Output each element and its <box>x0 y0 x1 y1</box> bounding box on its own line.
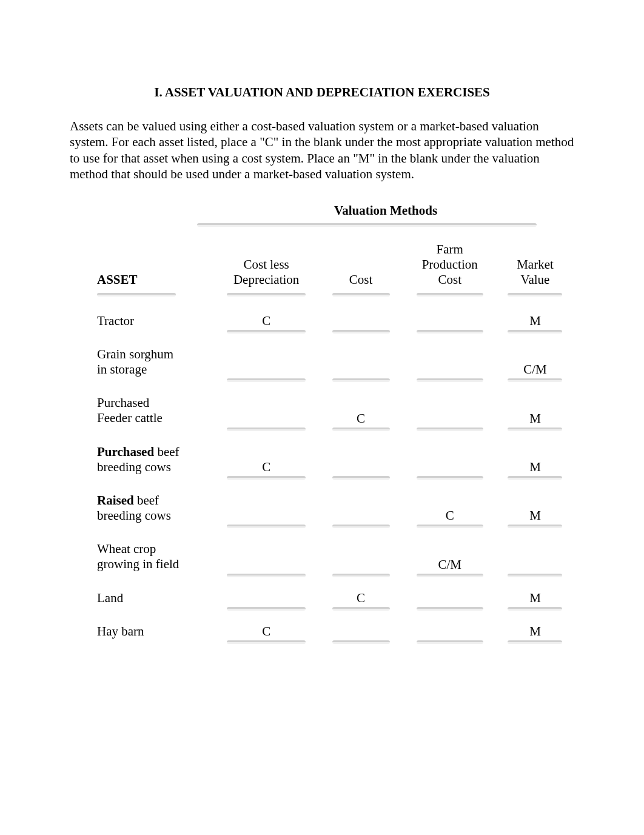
cell-farm-production-cost <box>403 611 495 639</box>
cell-cost <box>318 528 404 572</box>
asset-line: beef <box>134 493 159 508</box>
table-row: Purchased beef breeding cows C M <box>97 431 574 475</box>
asset-name: Purchased Feeder cattle <box>97 382 215 426</box>
asset-line: Wheat crop <box>97 542 156 556</box>
cell-farm-production-cost <box>403 431 495 475</box>
section-heading: Valuation Methods <box>70 203 574 218</box>
cell-cost <box>318 334 404 377</box>
page-title: I. ASSET VALUATION AND DEPRECIATION EXER… <box>70 85 574 100</box>
row-underline <box>97 329 574 334</box>
intro-paragraph: Assets can be valued using either a cost… <box>70 118 574 182</box>
row-underline <box>97 475 574 480</box>
underline <box>417 640 483 644</box>
asset-name: Tractor <box>97 297 215 329</box>
cell-market-value: M <box>496 611 574 639</box>
cell-cost-less-depr: C <box>215 611 318 639</box>
column-header-farm-production-cost: Farm Production Cost <box>403 242 495 292</box>
cell-market-value: M <box>496 297 574 329</box>
section-underline-wrap <box>70 223 574 227</box>
asset-name: Purchased beef breeding cows <box>97 431 215 475</box>
asset-line: Grain sorghum <box>97 347 173 361</box>
row-underline <box>97 426 574 431</box>
asset-line: growing in field <box>97 557 179 571</box>
cell-cost: C <box>318 577 404 606</box>
table-row: Land C M <box>97 577 574 606</box>
cell-farm-production-cost <box>403 577 495 606</box>
cell-market-value: C/M <box>496 334 574 377</box>
header-underline-row <box>97 292 574 297</box>
cell-cost-less-depr <box>215 528 318 572</box>
cell-market-value: M <box>496 577 574 606</box>
cell-farm-production-cost: C <box>403 480 495 523</box>
cell-farm-production-cost <box>403 334 495 377</box>
cell-market-value: M <box>496 382 574 426</box>
asset-line: in storage <box>97 362 147 377</box>
asset-name: Hay barn <box>97 611 215 639</box>
asset-bold-word: Purchased <box>97 444 154 459</box>
column-header-market-value: Market Value <box>496 242 574 292</box>
asset-line: breeding cows <box>97 460 171 474</box>
asset-name: Grain sorghum in storage <box>97 334 215 377</box>
table-row: Grain sorghum in storage C/M <box>97 334 574 377</box>
table-row: Purchased Feeder cattle C M <box>97 382 574 426</box>
cell-cost <box>318 431 404 475</box>
table-row: Raised beef breeding cows C M <box>97 480 574 523</box>
asset-name: Land <box>97 577 215 606</box>
row-underline <box>97 639 574 644</box>
asset-line: breeding cows <box>97 508 171 523</box>
cell-cost-less-depr <box>215 577 318 606</box>
header-text: Production <box>422 257 478 272</box>
valuation-table: ASSET Cost less Depreciation Cost Farm P… <box>97 242 574 644</box>
cell-cost-less-depr: C <box>215 297 318 329</box>
underline <box>227 640 306 644</box>
asset-bold-word: Raised <box>97 493 134 508</box>
cell-cost <box>318 611 404 639</box>
row-underline <box>97 606 574 611</box>
column-header-cost-less-depr: Cost less Depreciation <box>215 242 318 292</box>
cell-cost-less-depr: C <box>215 431 318 475</box>
table-row: Tractor C M <box>97 297 574 329</box>
cell-cost <box>318 297 404 329</box>
underline <box>508 640 562 644</box>
cell-market-value: M <box>496 480 574 523</box>
asset-line: Feeder cattle <box>97 411 163 425</box>
table-row: Wheat crop growing in field C/M <box>97 528 574 572</box>
header-text: Farm <box>437 242 463 257</box>
asset-line: Purchased <box>97 395 149 410</box>
asset-name: Raised beef breeding cows <box>97 480 215 523</box>
header-text: Depreciation <box>233 272 299 287</box>
header-text: Cost less <box>244 257 289 272</box>
cell-cost-less-depr <box>215 480 318 523</box>
header-text: Market <box>517 257 554 272</box>
section-underline <box>197 223 537 227</box>
cell-cost <box>318 480 404 523</box>
cell-cost: C <box>318 382 404 426</box>
column-header-asset: ASSET <box>97 242 215 292</box>
valuation-table-container: ASSET Cost less Depreciation Cost Farm P… <box>70 242 574 644</box>
cell-farm-production-cost <box>403 382 495 426</box>
cell-cost-less-depr <box>215 334 318 377</box>
table-header-row: ASSET Cost less Depreciation Cost Farm P… <box>97 242 574 292</box>
cell-market-value: M <box>496 431 574 475</box>
row-underline <box>97 377 574 382</box>
cell-farm-production-cost: C/M <box>403 528 495 572</box>
cell-farm-production-cost <box>403 297 495 329</box>
cell-cost-less-depr <box>215 382 318 426</box>
row-underline <box>97 523 574 528</box>
asset-name: Wheat crop growing in field <box>97 528 215 572</box>
header-text: Cost <box>438 272 461 287</box>
header-text: Value <box>521 272 550 287</box>
column-header-cost: Cost <box>318 242 404 292</box>
underline <box>332 640 390 644</box>
cell-market-value <box>496 528 574 572</box>
row-underline <box>97 572 574 577</box>
table-row: Hay barn C M <box>97 611 574 639</box>
asset-line: beef <box>154 444 179 459</box>
